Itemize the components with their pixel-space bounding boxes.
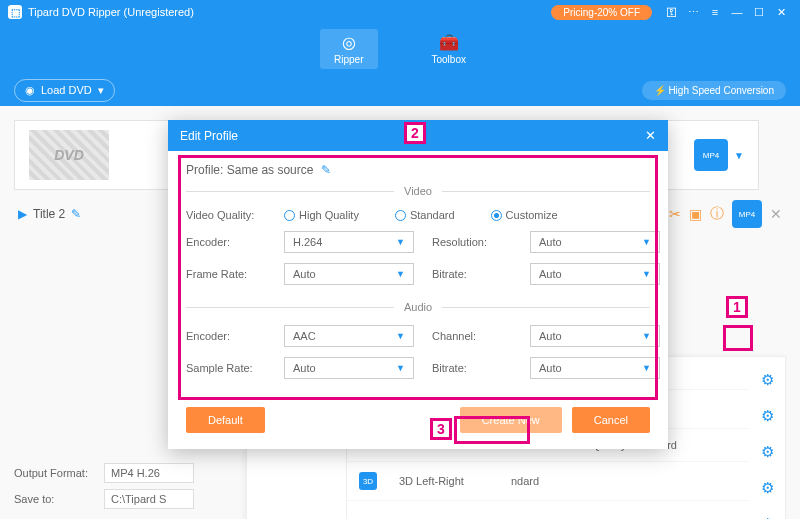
default-button[interactable]: Default: [186, 407, 265, 433]
edit-icon[interactable]: ✎: [71, 207, 81, 221]
key-icon[interactable]: ⚿: [660, 4, 682, 20]
ripper-icon: ◎: [334, 33, 363, 52]
row-format-badge[interactable]: MP4: [732, 200, 762, 228]
format-badge[interactable]: MP4: [694, 139, 728, 171]
video-framerate-select[interactable]: Auto▼: [284, 263, 414, 285]
modal-close-icon[interactable]: ✕: [645, 128, 656, 143]
chevron-down-icon: ▾: [98, 84, 104, 97]
chevron-down-icon: ▼: [642, 269, 651, 279]
chevron-down-icon: ▼: [396, 237, 405, 247]
feedback-icon[interactable]: ⋯: [682, 4, 704, 20]
audio-legend: Audio: [394, 301, 442, 313]
title-name: Title 2: [33, 207, 65, 221]
tab-toolbox[interactable]: 🧰 Toolbox: [418, 29, 480, 69]
video-bitrate-label: Bitrate:: [432, 268, 512, 280]
chevron-down-icon: ▼: [396, 269, 405, 279]
disc-icon: ◉: [25, 84, 35, 97]
video-fieldset: Video: [186, 185, 650, 197]
gear-icon[interactable]: ⚙: [761, 407, 774, 425]
edit-icon[interactable]: ✎: [321, 163, 331, 177]
app-title: Tipard DVD Ripper (Unregistered): [28, 6, 551, 18]
video-quality-label: Video Quality:: [186, 209, 266, 221]
audio-encoder-label: Encoder:: [186, 330, 266, 342]
radio-standard[interactable]: Standard: [395, 209, 455, 221]
chevron-down-icon: ▼: [642, 363, 651, 373]
audio-encoder-select[interactable]: AAC▼: [284, 325, 414, 347]
cut-icon[interactable]: ✂: [669, 206, 681, 222]
clip-icon[interactable]: ▣: [689, 206, 702, 222]
profile-line: Profile: Same as source ✎: [186, 163, 650, 177]
video-bitrate-select[interactable]: Auto▼: [530, 263, 660, 285]
audio-fieldset: Audio: [186, 301, 650, 313]
save-to-field[interactable]: C:\Tipard S: [104, 489, 194, 509]
chevron-down-icon[interactable]: ▼: [734, 150, 744, 161]
chevron-down-icon: ▼: [642, 331, 651, 341]
profile-label: Profile:: [186, 163, 223, 177]
video-legend: Video: [394, 185, 442, 197]
chevron-down-icon: ▼: [642, 237, 651, 247]
load-dvd-button[interactable]: ◉ Load DVD ▾: [14, 79, 115, 102]
radio-high-quality[interactable]: High Quality: [284, 209, 359, 221]
high-speed-label: High Speed Conversion: [668, 85, 774, 96]
dvd-thumbnail: DVD: [29, 130, 109, 180]
load-dvd-label: Load DVD: [41, 84, 92, 96]
audio-channel-label: Channel:: [432, 330, 512, 342]
high-speed-button[interactable]: ⚡ High Speed Conversion: [642, 81, 786, 100]
chevron-down-icon: ▼: [396, 363, 405, 373]
menu-icon[interactable]: ≡: [704, 4, 726, 20]
format-text: MP4: [703, 151, 719, 160]
bottom-bar: Output Format: MP4 H.26 Save to: C:\Tipa…: [14, 457, 786, 509]
gear-icon[interactable]: ⚙: [761, 515, 774, 519]
video-resolution-select[interactable]: Auto▼: [530, 231, 660, 253]
pricing-badge[interactable]: Pricing-20% OFF: [551, 5, 652, 20]
app-logo: ⬚: [8, 5, 22, 19]
video-resolution-label: Resolution:: [432, 236, 512, 248]
profile-value: Same as source: [227, 163, 314, 177]
minimize-button[interactable]: —: [726, 4, 748, 20]
tab-toolbox-label: Toolbox: [432, 54, 466, 65]
chevron-down-icon: ▼: [396, 331, 405, 341]
tab-ripper[interactable]: ◎ Ripper: [320, 29, 377, 69]
row-close-icon[interactable]: ✕: [770, 206, 782, 222]
maximize-button[interactable]: ☐: [748, 4, 770, 20]
audio-channel-select[interactable]: Auto▼: [530, 325, 660, 347]
edit-profile-modal: Edit Profile ✕ Profile: Same as source ✎…: [168, 120, 668, 449]
audio-bitrate-label: Bitrate:: [432, 362, 512, 374]
create-new-button[interactable]: Create New: [460, 407, 562, 433]
video-encoder-select[interactable]: H.264▼: [284, 231, 414, 253]
info-icon[interactable]: ⓘ: [710, 205, 724, 223]
save-to-label: Save to:: [14, 493, 104, 505]
audio-samplerate-label: Sample Rate:: [186, 362, 266, 374]
annotation-number-1: 1: [726, 296, 748, 318]
annotation-number-3: 3: [430, 418, 452, 440]
toolbox-icon: 🧰: [432, 33, 466, 52]
output-format-label: Output Format:: [14, 467, 104, 479]
tab-ripper-label: Ripper: [334, 54, 363, 65]
play-icon[interactable]: ▶: [18, 207, 27, 221]
video-encoder-label: Encoder:: [186, 236, 266, 248]
annotation-number-2: 2: [404, 122, 426, 144]
modal-footer: Default Create New Cancel: [168, 399, 668, 449]
tabbar: ◎ Ripper 🧰 Toolbox: [0, 24, 800, 74]
radio-customize[interactable]: Customize: [491, 209, 558, 221]
modal-title: Edit Profile: [180, 129, 238, 143]
cancel-button[interactable]: Cancel: [572, 407, 650, 433]
gear-icon[interactable]: ⚙: [761, 371, 774, 389]
toolbar: ◉ Load DVD ▾ ⚡ High Speed Conversion: [0, 74, 800, 106]
audio-samplerate-select[interactable]: Auto▼: [284, 357, 414, 379]
close-button[interactable]: ✕: [770, 4, 792, 20]
output-format-field[interactable]: MP4 H.26: [104, 463, 194, 483]
titlebar: ⬚ Tipard DVD Ripper (Unregistered) Prici…: [0, 0, 800, 24]
video-framerate-label: Frame Rate:: [186, 268, 266, 280]
bolt-icon: ⚡: [654, 85, 666, 96]
audio-bitrate-select[interactable]: Auto▼: [530, 357, 660, 379]
